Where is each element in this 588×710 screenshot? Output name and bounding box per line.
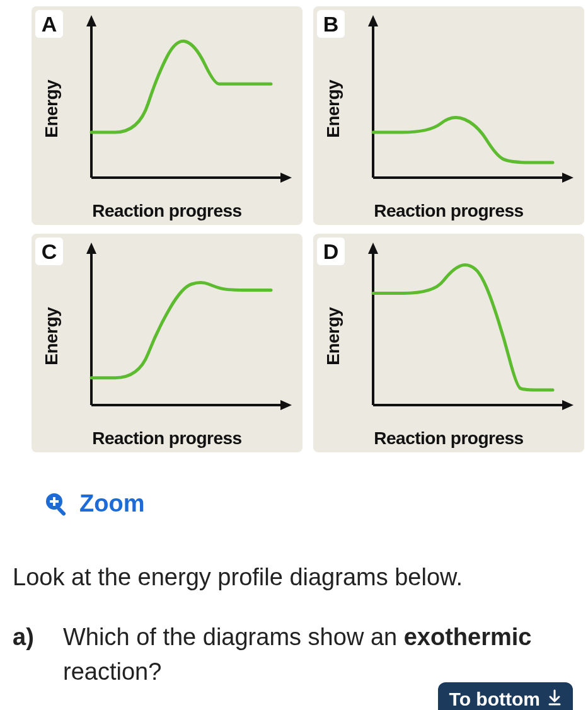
panel-label: D [317, 238, 345, 265]
svg-marker-5 [368, 15, 378, 26]
x-axis-label: Reaction progress [313, 428, 584, 449]
x-axis-label: Reaction progress [32, 428, 303, 449]
part-text-before: Which of the diagrams show an [63, 624, 404, 650]
svg-rect-19 [50, 500, 59, 503]
energy-profile-plot [354, 14, 575, 197]
svg-marker-1 [86, 15, 96, 26]
to-bottom-button[interactable]: To bottom [438, 682, 573, 710]
zoom-in-icon [44, 491, 69, 517]
svg-marker-11 [280, 400, 292, 410]
diagram-grid: AEnergyReaction progressBEnergyReaction … [32, 6, 586, 452]
svg-marker-9 [86, 243, 96, 254]
energy-profile-plot [72, 241, 293, 424]
diagram-panel-d: DEnergyReaction progress [313, 234, 584, 452]
y-axis-label: Energy [323, 307, 343, 365]
diagram-panel-b: BEnergyReaction progress [313, 6, 584, 225]
part-label: a) [13, 620, 44, 689]
y-axis-label: Energy [42, 307, 62, 365]
question-part-a: a) Which of the diagrams show an exother… [13, 620, 575, 689]
page-container: AEnergyReaction progressBEnergyReaction … [0, 0, 588, 689]
part-text-after: reaction? [63, 658, 161, 685]
part-text: Which of the diagrams show an exothermic… [63, 620, 575, 689]
diagram-panel-a: AEnergyReaction progress [32, 6, 303, 225]
svg-marker-7 [562, 173, 574, 183]
svg-marker-13 [368, 243, 378, 254]
x-axis-label: Reaction progress [32, 201, 303, 221]
panel-label: A [35, 10, 63, 38]
to-bottom-label: To bottom [449, 689, 540, 710]
svg-rect-17 [57, 507, 67, 517]
x-axis-label: Reaction progress [313, 201, 584, 221]
part-text-bold: exothermic [404, 624, 532, 650]
zoom-label: Zoom [79, 490, 144, 517]
arrow-down-icon [548, 689, 562, 710]
diagram-panel-c: CEnergyReaction progress [32, 234, 303, 452]
energy-profile-plot [354, 241, 575, 424]
intro-text: Look at the energy profile diagrams belo… [13, 561, 575, 593]
energy-profile-plot [72, 14, 293, 197]
y-axis-label: Energy [323, 79, 343, 137]
y-axis-label: Energy [42, 79, 62, 137]
panel-label: B [317, 10, 345, 38]
zoom-button[interactable]: Zoom [44, 490, 144, 517]
svg-marker-3 [280, 173, 292, 183]
svg-marker-15 [562, 400, 574, 410]
panel-label: C [35, 238, 63, 265]
